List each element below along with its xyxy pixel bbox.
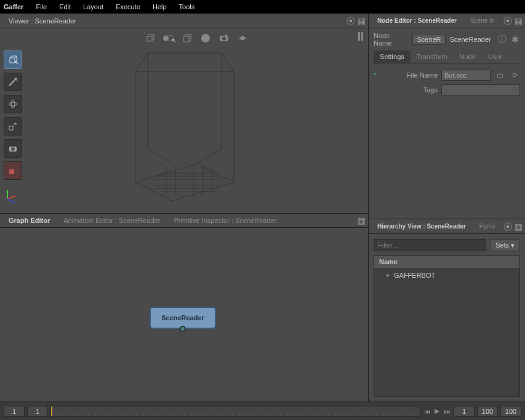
- chevron-down-icon: ▾: [511, 241, 515, 249]
- tree-row[interactable]: ▸ GAFFERBOT: [374, 269, 519, 281]
- file-name-input[interactable]: [441, 70, 491, 81]
- pin-icon[interactable]: [347, 17, 355, 25]
- right-column: Node Editor : SceneReader Scene In ▦ Nod…: [368, 14, 525, 402]
- graph-tabbar: Graph Editor Animation Editor : SceneRea…: [0, 213, 368, 228]
- tab-animation-editor[interactable]: Animation Editor : SceneReader: [57, 214, 166, 227]
- sets-label: Sets: [495, 241, 509, 249]
- timeline-start-input[interactable]: [4, 406, 25, 417]
- tags-label: Tags: [382, 86, 438, 94]
- viewer-canvas[interactable]: ↖: [25, 28, 368, 213]
- timeline-play-current-input[interactable]: [454, 406, 475, 417]
- required-indicator: *: [374, 71, 379, 79]
- layout-grid-icon[interactable]: ▦: [358, 16, 366, 26]
- app-name: Gaffer: [4, 3, 23, 10]
- svg-line-35: [222, 53, 234, 71]
- menu-help[interactable]: Help: [153, 3, 167, 10]
- hierarchy-body: Sets ▾ Name ▸ GAFFERBOT: [369, 234, 525, 402]
- tree-header-name[interactable]: Name: [374, 256, 519, 269]
- graph-editor-canvas[interactable]: SceneReader: [0, 228, 368, 402]
- subtab-user[interactable]: User: [482, 50, 508, 63]
- sets-button[interactable]: Sets ▾: [490, 239, 520, 251]
- tool-camera[interactable]: [4, 139, 22, 158]
- viewer-tabbar: Viewer : SceneReader ▦: [0, 14, 368, 28]
- pin-icon[interactable]: [503, 222, 512, 231]
- rotate-icon: [8, 99, 18, 109]
- node-editor-subtabs: Settings Transform Node User: [374, 50, 520, 63]
- tab-viewer[interactable]: Viewer : SceneReader: [2, 15, 82, 27]
- timeline-cursor[interactable]: [51, 406, 52, 416]
- hierarchy-tree: Name ▸ GAFFERBOT: [374, 255, 520, 397]
- node-name-input[interactable]: [412, 34, 446, 45]
- hierarchy-filter-input[interactable]: [374, 239, 486, 251]
- svg-point-7: [11, 100, 15, 108]
- tool-translate[interactable]: [4, 73, 22, 91]
- node-name-label: Node Name: [374, 32, 409, 47]
- axis-gizmo: [2, 187, 21, 206]
- tab-node-editor[interactable]: Node Editor : SceneReader: [371, 15, 463, 26]
- node-scenereader[interactable]: SceneReader: [150, 307, 216, 329]
- tool-select[interactable]: ↖: [4, 50, 22, 69]
- tab-hierarchy-view[interactable]: Hierarchy View : SceneReader: [371, 220, 472, 232]
- skip-end-icon[interactable]: ⏭: [443, 407, 451, 416]
- menu-edit[interactable]: Edit: [59, 3, 71, 10]
- subtab-settings[interactable]: Settings: [374, 50, 411, 63]
- settings-content: * File Name 🗀 ⟳ Tags: [374, 63, 520, 105]
- hierarchy-view-panel: Hierarchy View : SceneReader Pytho ▦ Set…: [369, 219, 525, 402]
- subtab-transform[interactable]: Transform: [411, 50, 454, 63]
- timeline-end-input[interactable]: [477, 406, 498, 417]
- menu-layout[interactable]: Layout: [83, 3, 103, 10]
- node-editor-body: Node Name SceneReader ⓘ ✱ Settings Trans…: [369, 28, 525, 219]
- node-display-name: SceneReader: [449, 36, 491, 43]
- tab-graph-editor[interactable]: Graph Editor: [2, 214, 56, 227]
- menu-file[interactable]: File: [36, 3, 47, 10]
- skip-start-icon[interactable]: ⏮: [423, 407, 431, 416]
- timeline-current-input[interactable]: [27, 406, 48, 417]
- menu-tools[interactable]: Tools: [179, 3, 195, 10]
- tab-python[interactable]: Pytho: [473, 220, 502, 232]
- timeline-range-end-input[interactable]: [500, 406, 521, 417]
- subtab-node[interactable]: Node: [453, 50, 481, 63]
- info-icon[interactable]: ⓘ: [497, 34, 507, 44]
- tab-scene-in[interactable]: Scene In: [464, 15, 500, 26]
- node-editor-tabbar: Node Editor : SceneReader Scene In ▦: [369, 14, 525, 28]
- tool-crop[interactable]: [4, 161, 22, 180]
- timeline-track[interactable]: [50, 406, 420, 417]
- viewer-left-toolbar: ↖: [0, 28, 25, 213]
- main-area: Viewer : SceneReader ▦ ↖: [0, 14, 525, 402]
- svg-point-6: [9, 102, 17, 106]
- menu-bar: Gaffer File Edit Layout Execute Help Too…: [0, 0, 525, 14]
- play-icon[interactable]: ▶: [433, 407, 441, 416]
- tags-input[interactable]: [441, 84, 520, 95]
- layout-grid-icon[interactable]: ▦: [515, 222, 523, 232]
- viewer-panel: ↖: [0, 28, 368, 213]
- svg-point-10: [11, 147, 15, 151]
- expand-icon[interactable]: ▸: [387, 271, 390, 279]
- hierarchy-tabbar: Hierarchy View : SceneReader Pytho ▦: [369, 219, 525, 234]
- svg-line-38: [148, 148, 172, 164]
- pin-icon[interactable]: [503, 17, 512, 25]
- tree-item-label: GAFFERBOT: [394, 272, 435, 279]
- tool-rotate[interactable]: [4, 95, 22, 113]
- viewport-3d: [25, 28, 368, 213]
- layout-grid-icon[interactable]: ▦: [358, 216, 366, 225]
- tab-primitive-inspector[interactable]: Primitive Inspector : SceneReader: [167, 214, 283, 227]
- node-output-port[interactable]: [180, 326, 186, 332]
- node-editor-panel: Node Editor : SceneReader Scene In ▦ Nod…: [369, 14, 525, 219]
- refresh-icon[interactable]: ⟳: [509, 70, 520, 81]
- crop-icon: [8, 166, 18, 176]
- svg-line-34: [135, 53, 148, 71]
- scale-icon: [8, 121, 18, 131]
- timeline: ⏮ ▶ ⏭: [0, 402, 525, 420]
- camera-icon: [8, 143, 18, 153]
- folder-icon[interactable]: 🗀: [494, 70, 505, 81]
- left-column: Viewer : SceneReader ▦ ↖: [0, 14, 368, 402]
- layout-grid-icon[interactable]: ▦: [515, 16, 523, 26]
- node-label: SceneReader: [161, 314, 204, 321]
- svg-line-36: [197, 148, 222, 164]
- translate-icon: [8, 77, 18, 87]
- svg-rect-8: [9, 126, 13, 130]
- menu-execute[interactable]: Execute: [116, 3, 140, 10]
- gear-icon[interactable]: ✱: [510, 34, 520, 44]
- tool-scale[interactable]: [4, 117, 22, 135]
- file-name-label: File Name: [382, 71, 438, 79]
